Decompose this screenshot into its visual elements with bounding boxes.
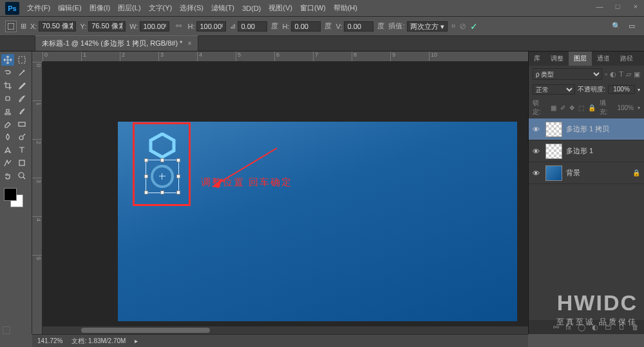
canvas-area[interactable]: 012345678910 012345 调整位置 回车确定 bbox=[32, 52, 528, 334]
lock-brush-icon[interactable]: ✐ bbox=[560, 104, 565, 111]
maximize-button[interactable]: □ bbox=[613, 3, 622, 10]
menu-edit[interactable]: 编辑(E) bbox=[58, 3, 82, 13]
menu-window[interactable]: 窗口(W) bbox=[300, 3, 326, 13]
visibility-icon[interactable]: 👁 bbox=[533, 126, 542, 133]
visibility-icon[interactable]: 👁 bbox=[533, 169, 542, 177]
skewv-input[interactable] bbox=[344, 21, 374, 32]
menu-view[interactable]: 视图(V) bbox=[269, 3, 292, 13]
scrollbar-thumb[interactable] bbox=[81, 328, 210, 333]
menu-file[interactable]: 文件(F) bbox=[27, 3, 50, 13]
move-tool[interactable] bbox=[1, 54, 14, 66]
panel-tab-adjust[interactable]: 调整 bbox=[545, 52, 569, 66]
menu-select[interactable]: 选择(S) bbox=[180, 3, 204, 13]
path-tool[interactable] bbox=[1, 157, 14, 169]
eyedropper-tool[interactable] bbox=[15, 80, 28, 91]
transform-handle[interactable] bbox=[176, 191, 180, 194]
transform-handle[interactable] bbox=[144, 158, 148, 162]
filter-adjust-icon[interactable]: ◐ bbox=[610, 70, 616, 79]
chevron-down-icon[interactable]: ▾ bbox=[638, 87, 640, 93]
panel-tab-layers[interactable]: 图层 bbox=[569, 52, 592, 66]
lock-all-icon[interactable]: 🔒 bbox=[588, 104, 596, 111]
scrollbar-horizontal[interactable] bbox=[43, 326, 528, 334]
color-swatches[interactable] bbox=[1, 187, 30, 210]
y-input[interactable] bbox=[88, 21, 126, 32]
transform-handle[interactable] bbox=[160, 191, 164, 194]
doc-info[interactable]: 文档: 1.83M/2.70M bbox=[71, 337, 126, 346]
chevron-right-icon[interactable]: ▸ bbox=[135, 337, 138, 344]
warp-icon[interactable]: ⌗ bbox=[451, 22, 455, 30]
visibility-icon[interactable]: 👁 bbox=[533, 147, 542, 155]
quickmask-icon[interactable] bbox=[3, 326, 10, 334]
lock-pixels-icon[interactable]: ▦ bbox=[551, 104, 556, 111]
link-icon[interactable]: ⚯ bbox=[173, 21, 184, 32]
close-button[interactable]: × bbox=[631, 3, 640, 10]
filter-type-icon[interactable]: T bbox=[619, 70, 623, 78]
stamp-tool[interactable] bbox=[1, 106, 14, 117]
layer-row[interactable]: 👁 背景 🔒 bbox=[529, 162, 644, 184]
layer-thumbnail[interactable] bbox=[545, 165, 562, 181]
menu-image[interactable]: 图像(I) bbox=[90, 3, 110, 13]
hand-tool[interactable] bbox=[1, 170, 14, 182]
search-icon[interactable]: 🔍 bbox=[612, 22, 621, 30]
history-brush-tool[interactable] bbox=[15, 106, 28, 117]
eraser-tool[interactable] bbox=[1, 118, 14, 130]
foreground-color[interactable] bbox=[4, 188, 17, 201]
lasso-tool[interactable] bbox=[1, 67, 14, 79]
w-input[interactable] bbox=[140, 21, 169, 32]
x-input[interactable] bbox=[39, 21, 76, 32]
workspace-icon[interactable]: ▭ bbox=[629, 22, 635, 30]
menu-type[interactable]: 文字(Y) bbox=[149, 3, 173, 13]
dodge-tool[interactable] bbox=[15, 131, 28, 143]
opacity-input[interactable]: 100% bbox=[608, 85, 635, 94]
layer-name[interactable]: 背景 bbox=[566, 168, 580, 178]
anchor-icon[interactable]: ⊞ bbox=[21, 22, 26, 30]
transform-handle[interactable] bbox=[160, 158, 164, 162]
minimize-button[interactable]: — bbox=[595, 3, 604, 10]
interp-select[interactable]: 两次立方 ▾ bbox=[407, 21, 448, 32]
gradient-tool[interactable] bbox=[15, 118, 28, 130]
heal-tool[interactable] bbox=[1, 93, 14, 104]
chevron-down-icon[interactable]: ▾ bbox=[638, 105, 640, 111]
transform-bounding-box[interactable] bbox=[146, 160, 179, 193]
menu-filter[interactable]: 滤镜(T) bbox=[211, 3, 234, 13]
menu-3d[interactable]: 3D(D) bbox=[242, 5, 261, 12]
lock-artboard-icon[interactable]: ⬚ bbox=[578, 104, 584, 111]
transform-handle[interactable] bbox=[144, 191, 148, 194]
lock-position-icon[interactable]: ✥ bbox=[569, 104, 574, 111]
transform-center-icon[interactable] bbox=[159, 173, 166, 180]
blend-mode-select[interactable]: 正常 bbox=[533, 84, 575, 95]
transform-handle[interactable] bbox=[144, 174, 148, 178]
type-tool[interactable] bbox=[15, 144, 28, 156]
shape-tool[interactable] bbox=[15, 157, 28, 169]
document-tab[interactable]: 未标题-1 @ 142% (多边形 1 拷贝, RGB/8#) * × bbox=[35, 35, 198, 51]
skewh-input[interactable] bbox=[291, 21, 321, 32]
panel-tab-libraries[interactable]: 库 bbox=[529, 52, 545, 66]
marquee-tool[interactable] bbox=[15, 54, 28, 66]
menu-layer[interactable]: 图层(L) bbox=[118, 3, 140, 13]
blur-tool[interactable] bbox=[1, 131, 14, 143]
filter-image-icon[interactable]: ▫ bbox=[605, 70, 607, 78]
menu-help[interactable]: 帮助(H) bbox=[334, 3, 357, 13]
zoom-level[interactable]: 141.72% bbox=[37, 337, 62, 344]
brush-tool[interactable] bbox=[15, 93, 28, 104]
commit-transform-icon[interactable]: ✓ bbox=[470, 21, 478, 32]
pen-tool[interactable] bbox=[1, 144, 14, 156]
h-input[interactable] bbox=[196, 21, 226, 32]
filter-smart-icon[interactable]: ▣ bbox=[634, 70, 640, 79]
angle-input[interactable] bbox=[238, 21, 267, 32]
layer-filter-select[interactable]: ρ 类型 bbox=[533, 68, 602, 80]
fill-input[interactable]: 100% bbox=[617, 104, 634, 111]
crop-tool[interactable] bbox=[1, 80, 14, 91]
layer-thumbnail[interactable] bbox=[545, 122, 562, 137]
filter-shape-icon[interactable]: ▱ bbox=[626, 70, 631, 79]
cancel-transform-icon[interactable]: ⊘ bbox=[459, 21, 466, 31]
layer-name[interactable]: 多边形 1 bbox=[566, 146, 593, 156]
layer-row[interactable]: 👁 多边形 1 拷贝 bbox=[529, 118, 644, 140]
layer-name[interactable]: 多边形 1 拷贝 bbox=[566, 124, 609, 134]
transform-handle[interactable] bbox=[176, 158, 180, 162]
zoom-tool[interactable] bbox=[15, 170, 28, 182]
panel-tab-channels[interactable]: 通道 bbox=[592, 52, 615, 66]
layer-row[interactable]: 👁 多边形 1 bbox=[529, 140, 644, 162]
document-close-icon[interactable]: × bbox=[187, 40, 191, 47]
layer-thumbnail[interactable] bbox=[545, 144, 562, 159]
